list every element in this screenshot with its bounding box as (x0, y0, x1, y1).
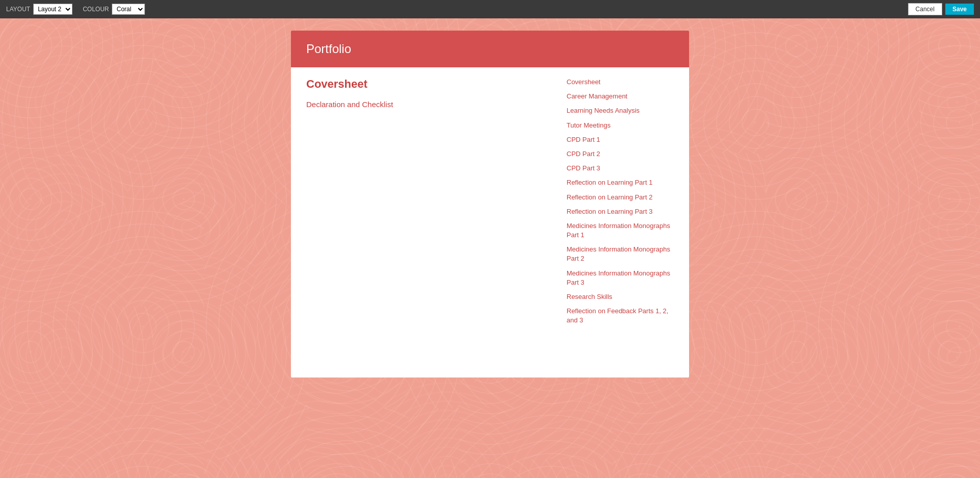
nav-item-5[interactable]: CPD Part 2 (567, 149, 674, 159)
nav-item-11[interactable]: Medicines Information Monographs Part 2 (567, 245, 674, 263)
nav-item-0[interactable]: Coversheet (567, 78, 674, 87)
main-content: Coversheet Declaration and Checklist (306, 78, 567, 331)
portfolio-card: Portfolio Coversheet Declaration and Che… (291, 31, 689, 378)
nav-item-10[interactable]: Medicines Information Monographs Part 1 (567, 221, 674, 240)
layout-select[interactable]: Layout 2 Layout 1 Layout 3 (33, 4, 72, 15)
colour-label: COLOUR (83, 6, 109, 13)
nav-item-8[interactable]: Reflection on Learning Part 2 (567, 193, 674, 202)
layout-label: LAYOUT (6, 6, 30, 13)
portfolio-header: Portfolio (291, 31, 689, 67)
cancel-button[interactable]: Cancel (908, 3, 942, 15)
nav-item-9[interactable]: Reflection on Learning Part 3 (567, 207, 674, 216)
coversheet-heading: Coversheet (306, 78, 556, 91)
portfolio-body: Coversheet Declaration and Checklist Cov… (291, 67, 689, 341)
side-nav: CoversheetCareer ManagementLearning Need… (567, 78, 674, 331)
nav-item-14[interactable]: Reflection on Feedback Parts 1, 2, and 3 (567, 307, 674, 325)
nav-item-7[interactable]: Reflection on Learning Part 1 (567, 178, 674, 187)
declaration-checklist-link[interactable]: Declaration and Checklist (306, 100, 393, 109)
page-wrapper: Portfolio Coversheet Declaration and Che… (0, 0, 980, 478)
nav-item-12[interactable]: Medicines Information Monographs Part 3 (567, 269, 674, 287)
portfolio-title: Portfolio (306, 42, 674, 56)
colour-select[interactable]: Coral Blue Green Purple (112, 4, 145, 15)
nav-item-4[interactable]: CPD Part 1 (567, 135, 674, 144)
nav-item-3[interactable]: Tutor Meetings (567, 121, 674, 130)
nav-item-1[interactable]: Career Management (567, 92, 674, 101)
nav-item-2[interactable]: Learning Needs Analysis (567, 106, 674, 115)
toolbar: LAYOUT Layout 2 Layout 1 Layout 3 COLOUR… (0, 0, 980, 18)
save-button[interactable]: Save (945, 4, 974, 15)
nav-item-6[interactable]: CPD Part 3 (567, 164, 674, 173)
nav-item-13[interactable]: Research Skills (567, 292, 674, 301)
